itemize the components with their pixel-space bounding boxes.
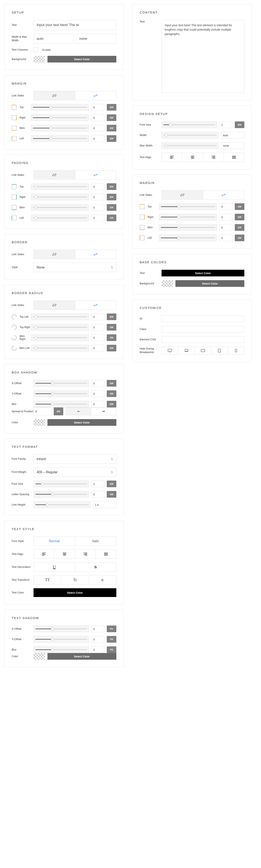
top-input[interactable] (91, 183, 104, 190)
select-color-button[interactable]: Select Color (175, 280, 244, 287)
link-icon[interactable] (75, 301, 116, 310)
letter-spacing-slider[interactable] (34, 491, 89, 498)
bttm-input[interactable] (219, 224, 232, 231)
font-style-toggle[interactable]: Normal Italic (34, 536, 116, 546)
unit-badge[interactable]: EM (107, 390, 116, 397)
font-family-select[interactable]: Inherit⇅ (34, 454, 116, 464)
unit-badge[interactable]: EM (235, 214, 244, 220)
font-size-slider[interactable] (162, 121, 217, 128)
bp-tablet-landscape-icon[interactable] (195, 347, 211, 354)
unit-badge[interactable]: EM (235, 224, 244, 231)
width-input[interactable] (34, 34, 74, 44)
unit-badge[interactable]: EM (107, 480, 116, 487)
left-input[interactable] (91, 135, 104, 142)
corner-slider[interactable] (31, 334, 89, 341)
top-input[interactable] (91, 104, 104, 111)
bttm-slider[interactable] (31, 125, 89, 131)
left-slider[interactable] (159, 235, 217, 241)
unit-badge[interactable]: EM (235, 203, 244, 210)
value-input[interactable] (91, 646, 104, 653)
slider[interactable] (34, 646, 89, 653)
unit-badge[interactable]: EM (107, 183, 116, 190)
bttm-input[interactable] (91, 125, 104, 131)
unit-badge[interactable]: EM (107, 215, 116, 221)
value-input[interactable] (91, 380, 104, 386)
enable-checkbox[interactable] (34, 48, 38, 52)
underline-button[interactable]: U (34, 563, 75, 571)
maxwidth-input[interactable] (76, 34, 116, 44)
slider[interactable] (34, 636, 89, 643)
breakpoint-group[interactable] (162, 347, 244, 354)
align-center-icon[interactable] (182, 153, 203, 162)
value-input[interactable] (91, 401, 104, 407)
unit-badge[interactable]: EM (107, 204, 116, 211)
right-input[interactable] (91, 114, 104, 121)
letter-spacing-input[interactable] (91, 491, 104, 498)
select-color-button[interactable]: Select Color (162, 270, 244, 276)
unit-badge[interactable]: EM (107, 135, 116, 142)
unlink-icon[interactable] (34, 170, 75, 179)
top-slider[interactable] (31, 183, 89, 190)
left-slider[interactable] (31, 215, 89, 221)
select-color-button[interactable]: Select Color (47, 653, 116, 660)
text-decoration-group[interactable]: U S (34, 562, 116, 571)
top-input[interactable] (219, 203, 232, 210)
unit-badge[interactable]: PX (107, 646, 116, 653)
align-justify-icon[interactable] (96, 550, 116, 558)
select-color-button[interactable]: Select Color (34, 588, 116, 597)
left-input[interactable] (219, 235, 232, 241)
right-slider[interactable] (31, 114, 89, 121)
unlink-icon[interactable] (34, 301, 75, 310)
corner-input[interactable] (91, 324, 104, 331)
normal-button[interactable]: Normal (34, 537, 75, 546)
unit-badge[interactable]: EM (54, 407, 63, 415)
link-sides-toggle[interactable] (34, 91, 116, 100)
unit-badge[interactable]: EM (107, 313, 116, 320)
slider[interactable] (34, 625, 89, 632)
maxwidth-input[interactable] (221, 142, 244, 149)
unit-badge[interactable]: EM (107, 345, 116, 351)
unit-badge[interactable]: EM (107, 125, 116, 131)
border-style-select[interactable]: None ⇅ (34, 263, 116, 272)
unit-badge[interactable]: EM (107, 104, 116, 111)
left-slider[interactable] (31, 135, 89, 142)
text-transform-group[interactable]: TT Tt tt (34, 575, 116, 585)
bp-desktop-xl-icon[interactable] (162, 347, 178, 354)
id-input[interactable] (162, 315, 244, 322)
bttm-input[interactable] (91, 204, 104, 211)
link-icon[interactable] (75, 170, 116, 179)
unlink-icon[interactable] (34, 91, 75, 100)
unit-badge[interactable]: EM (107, 114, 116, 121)
css-input[interactable] (162, 336, 244, 343)
strikethrough-button[interactable]: S (75, 563, 116, 571)
width-input[interactable] (221, 132, 244, 138)
unit-badge[interactable]: EM (107, 491, 116, 498)
lowercase-button[interactable]: tt (89, 576, 116, 584)
inset-icon[interactable] (91, 408, 116, 415)
right-slider[interactable] (159, 214, 217, 220)
align-left-icon[interactable] (162, 153, 182, 162)
unit-badge[interactable]: EM (107, 194, 116, 200)
corner-slider[interactable] (31, 324, 89, 331)
link-icon[interactable] (203, 191, 244, 199)
value-input[interactable] (91, 636, 104, 643)
maxwidth-slider[interactable] (162, 142, 219, 149)
align-center-icon[interactable] (54, 550, 75, 558)
corner-slider[interactable] (31, 345, 89, 351)
bttm-slider[interactable] (159, 224, 217, 231)
link-sides-toggle[interactable] (162, 190, 244, 199)
line-height-input[interactable] (93, 501, 116, 508)
select-color-button[interactable]: Select Color (47, 56, 116, 62)
italic-button[interactable]: Italic (75, 537, 116, 546)
class-input[interactable] (162, 326, 244, 333)
link-icon[interactable] (75, 91, 116, 100)
content-textarea[interactable] (162, 20, 244, 93)
text-align-group[interactable] (34, 550, 116, 559)
spread-input[interactable] (34, 407, 51, 415)
font-size-slider[interactable] (34, 480, 89, 487)
capitalize-button[interactable]: Tt (61, 576, 89, 584)
link-sides-toggle[interactable] (34, 250, 116, 259)
unit-badge[interactable]: EM (235, 235, 244, 241)
top-slider[interactable] (31, 104, 89, 111)
bp-laptop-icon[interactable] (178, 347, 195, 354)
